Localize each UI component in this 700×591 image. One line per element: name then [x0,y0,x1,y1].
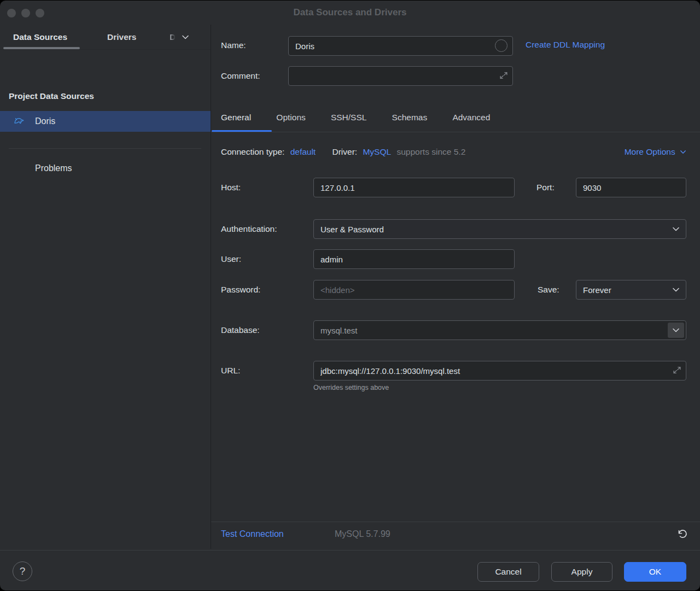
host-field-wrap [313,178,515,197]
user-input[interactable] [313,249,515,269]
project-data-sources-header: Project Data Sources [9,91,94,101]
comment-field-wrap [288,66,513,86]
tab-ssh-ssl[interactable]: SSH/SSL [331,104,366,131]
data-sources-dialog: Data Sources and Drivers Data Sources Dr… [0,1,700,590]
user-field-wrap [313,249,515,269]
authentication-label: Authentication: [221,224,277,234]
password-label: Password: [221,285,260,295]
active-settings-tab-indicator [212,130,272,132]
tab-data-sources[interactable]: Data Sources [13,25,67,50]
help-button[interactable]: ? [13,561,32,581]
driver-note: supports since 5.2 [396,147,465,156]
password-input[interactable] [313,280,515,300]
create-ddl-mapping-link[interactable]: Create DDL Mapping [526,40,605,50]
chevron-down-icon [672,225,680,233]
active-tab-indicator [3,47,80,49]
chevron-down-icon [680,149,686,155]
sidebar-item-doris[interactable]: Doris [0,111,211,132]
revert-button[interactable] [675,527,689,541]
server-version: MySQL 5.7.99 [335,529,390,539]
password-field-wrap [313,280,515,300]
comment-label: Comment: [221,71,260,81]
sidebar-tab-strip: Data Sources Drivers D [0,25,211,50]
driver-label: Driver: [332,147,358,156]
sidebar-divider [9,148,201,149]
titlebar: Data Sources and Drivers [0,1,700,25]
dialog-footer: ? Cancel Apply OK [0,550,700,590]
url-label: URL: [221,366,240,376]
name-input[interactable] [288,36,513,56]
tab-advanced[interactable]: Advanced [452,104,490,131]
loading-indicator-circle [495,39,508,52]
port-input[interactable] [576,178,686,197]
sidebar-item-problems[interactable]: Problems [35,162,72,174]
host-input[interactable] [313,178,515,197]
authentication-select[interactable]: User & Password [313,219,686,239]
tab-schemas[interactable]: Schemas [392,104,428,131]
test-connection-separator [211,522,700,522]
database-combobox[interactable]: mysql.test [313,320,686,340]
tab-options[interactable]: Options [276,104,305,131]
data-source-name: Doris [35,111,55,132]
chevron-down-icon [672,326,680,334]
more-options-link[interactable]: More Options [625,147,686,157]
name-field-wrap [288,36,513,56]
name-label: Name: [221,40,246,50]
tab-ddl-truncated[interactable]: D [170,25,176,50]
chevron-down-icon[interactable] [182,33,189,43]
tab-drivers[interactable]: Drivers [107,25,136,50]
panel-splitter[interactable] [211,25,211,549]
database-dropdown-button[interactable] [668,323,684,338]
comment-input[interactable] [288,66,513,86]
tab-separator [211,132,700,132]
save-select[interactable]: Forever [576,280,686,300]
expand-icon[interactable] [672,365,682,375]
apply-button[interactable]: Apply [551,562,612,582]
connection-type-row: Connection type: default Driver: MySQL s… [221,147,469,157]
settings-tab-strip: General Options SSH/SSL Schemas Advanced [221,104,513,132]
ok-button[interactable]: OK [624,562,686,582]
save-label: Save: [538,285,559,295]
port-field-wrap [576,178,686,197]
host-label: Host: [221,183,241,192]
tab-general[interactable]: General [221,104,251,131]
undo-icon [676,529,687,540]
driver-value-link[interactable]: MySQL [363,147,391,156]
url-input[interactable] [313,361,686,381]
url-field-wrap [313,361,686,381]
window-title: Data Sources and Drivers [0,1,700,25]
question-mark-icon: ? [20,565,26,577]
connection-type-value-link[interactable]: default [290,147,316,156]
user-label: User: [221,254,241,264]
expand-icon[interactable] [499,71,509,80]
test-connection-link[interactable]: Test Connection [221,529,284,539]
chevron-down-icon [672,286,680,294]
port-label: Port: [536,183,555,192]
cancel-button[interactable]: Cancel [477,562,539,582]
database-label: Database: [221,325,260,335]
connection-type-label: Connection type: [221,147,284,156]
url-note: Overrides settings above [313,384,389,391]
sidebar-toolbar [0,53,211,79]
mysql-dolphin-icon [13,115,26,130]
